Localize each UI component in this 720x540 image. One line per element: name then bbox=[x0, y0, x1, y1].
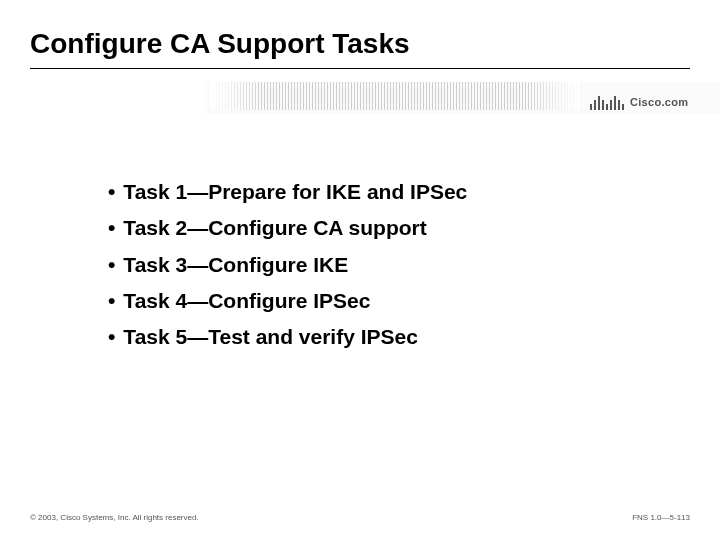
bullet-text: Task 3—Configure IKE bbox=[123, 251, 348, 279]
slide-number: FNS 1.0—5-113 bbox=[632, 513, 690, 522]
title-underline bbox=[30, 68, 690, 69]
cisco-bars-icon bbox=[590, 94, 624, 110]
bullet-icon: • bbox=[108, 287, 115, 315]
bullet-text: Task 4—Configure IPSec bbox=[123, 287, 370, 315]
bullet-text: Task 1—Prepare for IKE and IPSec bbox=[123, 178, 467, 206]
list-item: • Task 1—Prepare for IKE and IPSec bbox=[108, 178, 467, 206]
bullet-icon: • bbox=[108, 214, 115, 242]
list-item: • Task 3—Configure IKE bbox=[108, 251, 467, 279]
bullet-icon: • bbox=[108, 251, 115, 279]
cisco-logo-text: Cisco.com bbox=[630, 96, 688, 110]
bullet-text: Task 5—Test and verify IPSec bbox=[123, 323, 418, 351]
list-item: • Task 5—Test and verify IPSec bbox=[108, 323, 467, 351]
bullet-list: • Task 1—Prepare for IKE and IPSec • Tas… bbox=[108, 178, 467, 360]
bullet-icon: • bbox=[108, 178, 115, 206]
list-item: • Task 2—Configure CA support bbox=[108, 214, 467, 242]
slide-title: Configure CA Support Tasks bbox=[30, 28, 410, 60]
copyright-text: © 2003, Cisco Systems, Inc. All rights r… bbox=[30, 513, 199, 522]
cisco-logo: Cisco.com bbox=[590, 82, 690, 110]
bullet-text: Task 2—Configure CA support bbox=[123, 214, 426, 242]
bullet-icon: • bbox=[108, 323, 115, 351]
barcode-fade bbox=[210, 82, 580, 110]
list-item: • Task 4—Configure IPSec bbox=[108, 287, 467, 315]
